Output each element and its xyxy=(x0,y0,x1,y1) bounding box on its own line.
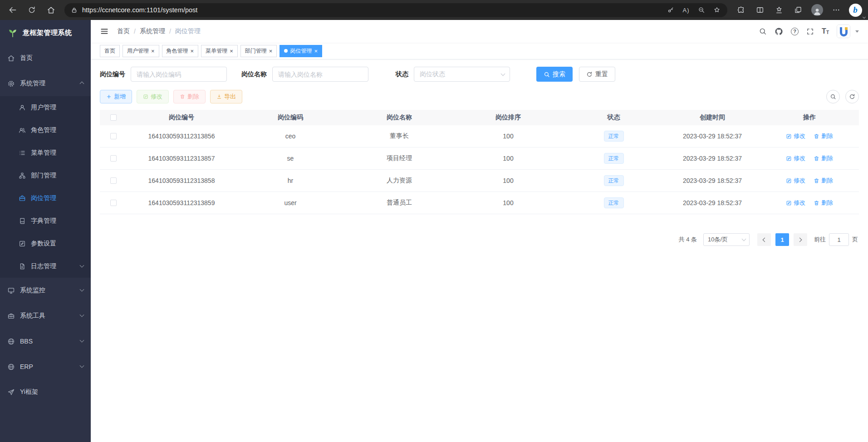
sidebar-item-param-settings[interactable]: 参数设置 xyxy=(0,232,91,255)
row-delete-link[interactable]: 删除 xyxy=(814,132,833,140)
row-edit-link[interactable]: 修改 xyxy=(786,154,805,162)
sidebar-item-label: 字典管理 xyxy=(31,217,56,225)
breadcrumb-system[interactable]: 系统管理 xyxy=(140,27,165,35)
sidebar-item-role-mgmt[interactable]: 角色管理 xyxy=(0,119,91,142)
fullscreen-icon[interactable] xyxy=(806,28,814,35)
zoom-out-icon[interactable] xyxy=(694,4,709,16)
browser-menu-icon[interactable] xyxy=(827,2,845,18)
toggle-search-button[interactable] xyxy=(826,90,840,103)
collections-icon[interactable] xyxy=(789,2,807,18)
prev-page-button[interactable] xyxy=(757,233,771,246)
add-button[interactable]: 新增 xyxy=(100,90,132,103)
chevron-up-icon xyxy=(80,81,84,86)
url-text[interactable]: https://ccnetcore.com:1101/system/post xyxy=(82,6,663,14)
refresh-table-button[interactable] xyxy=(845,90,859,103)
refresh-button[interactable] xyxy=(23,2,41,18)
breadcrumb-home[interactable]: 首页 xyxy=(117,27,130,35)
tab-dept-mgmt[interactable]: 部门管理 × xyxy=(240,45,277,57)
page-content: 岗位编号 岗位名称 状态 岗位状态 搜索 xyxy=(91,59,868,442)
tab-role-mgmt[interactable]: 角色管理 × xyxy=(162,45,199,57)
select-all-checkbox[interactable] xyxy=(110,114,117,121)
sidebar-item-user-mgmt[interactable]: 用户管理 xyxy=(0,96,91,119)
profile-avatar[interactable] xyxy=(808,2,826,18)
sidebar-item-dict-mgmt[interactable]: 字典管理 xyxy=(0,210,91,232)
tab-home[interactable]: 首页 xyxy=(100,45,120,57)
row-delete-link[interactable]: 删除 xyxy=(814,154,833,162)
close-icon[interactable]: × xyxy=(269,48,273,54)
sidebar-item-label: 岗位管理 xyxy=(31,194,56,202)
sidebar-item-label: 角色管理 xyxy=(31,126,56,134)
favorites-icon[interactable] xyxy=(770,2,788,18)
caret-down-icon[interactable] xyxy=(855,30,859,33)
sidebar-item-menu-mgmt[interactable]: 菜单管理 xyxy=(0,142,91,164)
table-row: 1641030593112313859 user 普通员工 100 正常 202… xyxy=(100,192,859,214)
sidebar-item-log-mgmt[interactable]: 日志管理 xyxy=(0,255,91,278)
split-screen-icon[interactable] xyxy=(751,2,769,18)
goto-page-input[interactable] xyxy=(829,233,849,246)
help-icon[interactable]: ? xyxy=(791,28,799,35)
page-size-select[interactable]: 10条/页 xyxy=(703,233,750,246)
row-edit-link[interactable]: 修改 xyxy=(786,177,805,185)
sidebar-item-erp[interactable]: ERP xyxy=(0,354,91,379)
font-size-icon[interactable]: TT xyxy=(822,28,829,35)
edit-button[interactable]: 修改 xyxy=(137,90,169,103)
search-button[interactable]: 搜索 xyxy=(536,67,573,82)
sidebar-item-home[interactable]: 首页 xyxy=(0,45,91,71)
password-key-icon[interactable] xyxy=(663,4,678,16)
sidebar-item-system-monitor[interactable]: 系统监控 xyxy=(0,278,91,303)
row-checkbox[interactable] xyxy=(110,200,117,206)
read-aloud-icon[interactable]: A) xyxy=(678,4,694,16)
sidebar-item-label: 部门管理 xyxy=(31,172,56,180)
row-delete-link[interactable]: 删除 xyxy=(814,199,833,207)
bing-icon[interactable]: b xyxy=(846,2,864,18)
cell-post-id: 1641030593112313859 xyxy=(127,199,236,206)
post-code-input[interactable] xyxy=(131,67,227,82)
cell-post-name: 普通员工 xyxy=(345,199,454,207)
reset-button[interactable]: 重置 xyxy=(579,67,615,82)
chevron-left-icon xyxy=(763,237,767,242)
status-select[interactable]: 岗位状态 xyxy=(414,67,510,82)
github-icon[interactable] xyxy=(775,27,783,36)
close-icon[interactable]: × xyxy=(191,48,194,54)
tab-label: 首页 xyxy=(104,47,115,55)
search-icon[interactable] xyxy=(759,27,767,35)
status-badge: 正常 xyxy=(604,175,624,186)
row-checkbox[interactable] xyxy=(110,155,117,162)
tab-user-mgmt[interactable]: 用户管理 × xyxy=(123,45,159,57)
app-logo[interactable]: 意框架管理系统 xyxy=(0,20,91,45)
sidebar-item-bbs[interactable]: BBS xyxy=(0,329,91,354)
post-name-input[interactable] xyxy=(272,67,368,82)
download-icon xyxy=(216,94,222,99)
status-select-placeholder: 岗位状态 xyxy=(420,70,445,79)
row-checkbox[interactable] xyxy=(110,133,117,139)
home-button[interactable] xyxy=(42,2,60,18)
back-button[interactable] xyxy=(4,2,22,18)
address-bar[interactable]: https://ccnetcore.com:1101/system/post A… xyxy=(64,3,727,17)
sidebar-collapse-icon[interactable] xyxy=(100,27,109,36)
sidebar-item-post-mgmt[interactable]: 岗位管理 xyxy=(0,187,91,210)
page-1-button[interactable]: 1 xyxy=(775,233,789,246)
sidebar-item-system-tools[interactable]: 系统工具 xyxy=(0,303,91,329)
sidebar-item-yi-framework[interactable]: Yi框架 xyxy=(0,379,91,405)
sidebar-item-system-mgmt[interactable]: 系统管理 xyxy=(0,71,91,96)
close-icon[interactable]: × xyxy=(314,48,318,54)
add-favorite-star-icon[interactable] xyxy=(709,4,725,16)
close-icon[interactable]: × xyxy=(151,48,155,54)
row-edit-link[interactable]: 修改 xyxy=(786,199,805,207)
tab-menu-mgmt[interactable]: 菜单管理 × xyxy=(201,45,238,57)
delete-button[interactable]: 删除 xyxy=(173,90,206,103)
row-edit-link[interactable]: 修改 xyxy=(786,132,805,140)
extensions-icon[interactable] xyxy=(732,2,750,18)
search-form: 岗位编号 岗位名称 状态 岗位状态 搜索 xyxy=(100,67,859,82)
post-badge-icon xyxy=(18,195,26,202)
next-page-button[interactable] xyxy=(794,233,807,246)
chevron-down-icon xyxy=(80,287,84,291)
cell-post-id: 1641030593112313856 xyxy=(127,133,236,140)
row-checkbox[interactable] xyxy=(110,177,117,184)
close-icon[interactable]: × xyxy=(230,48,233,54)
sidebar-item-dept-mgmt[interactable]: 部门管理 xyxy=(0,164,91,187)
row-delete-link[interactable]: 删除 xyxy=(814,177,833,185)
user-avatar[interactable] xyxy=(837,25,850,38)
export-button[interactable]: 导出 xyxy=(210,90,242,103)
tab-post-mgmt[interactable]: 岗位管理 × xyxy=(280,45,322,57)
